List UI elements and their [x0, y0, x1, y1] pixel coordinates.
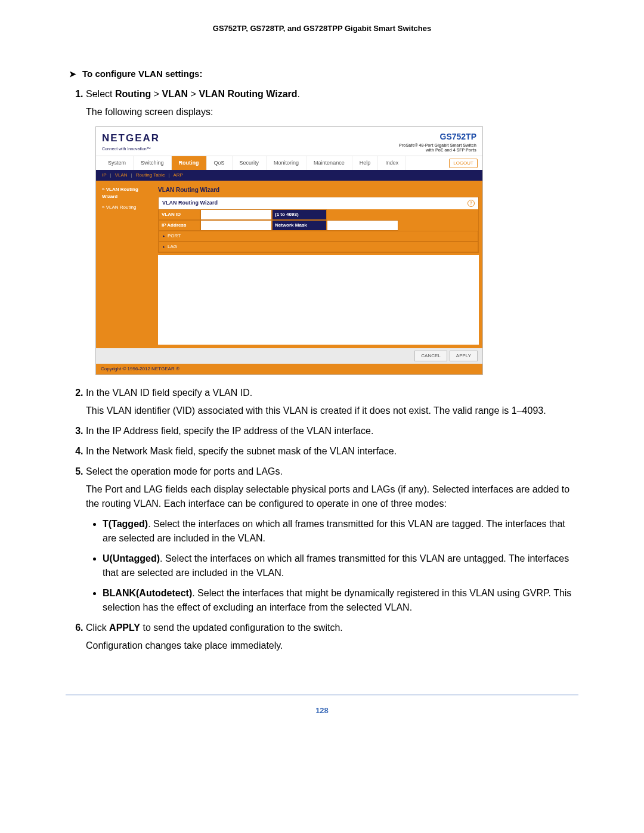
cancel-button[interactable]: CANCEL	[414, 351, 447, 361]
mode-tagged: T(Tagged). Select the interfaces on whic…	[103, 517, 578, 546]
mode-blank-head: BLANK(Autodetect)	[103, 588, 192, 598]
form-row-ip: IP Address Network Mask	[159, 220, 478, 231]
screenshot-header: NETGEAR Connect with Innovation™ GS752TP…	[96, 127, 482, 156]
vlan-id-note: (1 to 4093)	[272, 209, 327, 220]
empty-area	[158, 255, 479, 345]
mode-untagged: U(Untagged). Select the interfaces on wh…	[103, 552, 578, 580]
step-6-b: APPLY	[109, 623, 140, 633]
router-screenshot: NETGEAR Connect with Innovation™ GS752TP…	[95, 126, 483, 375]
sidebar-item-vlan-routing-label: VLAN Routing	[106, 205, 137, 210]
screenshot-footer-buttons: CANCEL APPLY	[96, 348, 482, 364]
content-panel: VLAN Routing Wizard VLAN Routing Wizard …	[158, 184, 479, 345]
expand-port-label: PORT	[168, 233, 181, 240]
steps-list: Select Routing > VLAN > VLAN Routing Wiz…	[66, 87, 578, 653]
expand-lag-label: LAG	[168, 243, 177, 250]
tab-monitoring[interactable]: Monitoring	[267, 156, 306, 171]
tab-index[interactable]: Index	[378, 156, 406, 171]
step-2: In the VLAN ID field specify a VLAN ID. …	[86, 386, 578, 418]
section-lead: ➤ To configure VLAN settings:	[69, 69, 578, 79]
main-tabs: System Switching Routing QoS Security Mo…	[96, 156, 482, 171]
ip-address-label: IP Address	[159, 220, 200, 231]
step-6-a: Click	[86, 623, 109, 633]
tab-security[interactable]: Security	[233, 156, 267, 171]
model-desc-1: ProSafe® 48-Port Gigabit Smart Switch	[399, 143, 476, 148]
lead-text: To configure VLAN settings:	[82, 69, 202, 79]
screenshot-body: » VLAN Routing Wizard » VLAN Routing VLA…	[96, 181, 482, 348]
sidebar-item-vlan-routing[interactable]: » VLAN Routing	[100, 202, 154, 213]
panel-title: VLAN Routing Wizard	[158, 185, 479, 194]
network-mask-input[interactable]	[327, 220, 398, 231]
apply-button[interactable]: APPLY	[450, 351, 478, 361]
page-number: 128	[66, 706, 578, 715]
spacer	[327, 209, 398, 220]
brand-block: NETGEAR Connect with Innovation™	[102, 131, 160, 152]
step-1: Select Routing > VLAN > VLAN Routing Wiz…	[86, 87, 578, 375]
expand-lag[interactable]: ▸ LAG	[159, 241, 478, 252]
sub-tabs: IP | VLAN | Routing Table | ARP	[96, 170, 482, 181]
mode-tagged-text: . Select the interfaces on which all fra…	[103, 519, 565, 543]
chevron-right-icon: ▸	[163, 244, 165, 250]
mode-untagged-text: . Select the interfaces on which all fra…	[103, 553, 569, 578]
subtab-vlan[interactable]: VLAN	[115, 172, 128, 179]
step-1-dot: .	[298, 89, 300, 99]
step-5-subtext: The Port and LAG fields each display sel…	[86, 482, 578, 511]
model-number: GS752TP	[399, 131, 476, 143]
step-6-subtext: Configuration changes take place immedia…	[86, 639, 578, 653]
step-1-subtext: The following screen displays:	[86, 105, 578, 119]
tab-system[interactable]: System	[101, 156, 134, 171]
step-1-b1: Routing	[115, 89, 151, 99]
mode-untagged-head: U(Untagged)	[103, 553, 160, 563]
side-nav: » VLAN Routing Wizard » VLAN Routing	[100, 184, 154, 345]
subtab-divider: |	[110, 172, 112, 179]
step-2-text: In the VLAN ID field specify a VLAN ID.	[86, 388, 252, 398]
step-5: Select the operation mode for ports and …	[86, 465, 578, 615]
model-desc-2: with PoE and 4 SFP Ports	[399, 148, 476, 153]
step-1-b2: VLAN	[162, 89, 188, 99]
subtab-divider: |	[131, 172, 132, 179]
tab-routing[interactable]: Routing	[172, 156, 207, 171]
tab-switching[interactable]: Switching	[134, 156, 172, 171]
doc-header: GS752TP, GS728TP, and GS728TPP Gigabit S…	[66, 24, 578, 33]
mode-blank: BLANK(Autodetect). Select the interfaces…	[103, 586, 578, 615]
sidebar-item-wizard[interactable]: » VLAN Routing Wizard	[100, 184, 154, 202]
footer-rule	[66, 695, 578, 695]
tab-qos[interactable]: QoS	[207, 156, 233, 171]
form-box: VLAN Routing Wizard ? VLAN ID (1 to 4093…	[158, 197, 479, 253]
step-1-text: Select	[86, 89, 115, 99]
brand-tagline: Connect with Innovation™	[102, 146, 160, 153]
step-1-sep2: >	[188, 89, 199, 99]
step-5-text: Select the operation mode for ports and …	[86, 466, 283, 476]
tab-help[interactable]: Help	[352, 156, 379, 171]
subtab-routing-table[interactable]: Routing Table	[136, 172, 165, 179]
subtab-divider: |	[168, 172, 169, 179]
step-3: In the IP Address field, specify the IP …	[86, 424, 578, 438]
sidebar-item-wizard-label: VLAN Routing Wizard	[102, 187, 138, 199]
form-box-title: VLAN Routing Wizard	[162, 199, 218, 208]
ip-address-input[interactable]	[200, 220, 272, 231]
mode-tagged-head: T(Tagged)	[103, 519, 148, 529]
step-6-c: to send the updated configuration to the…	[140, 623, 343, 633]
step-6: Click APPLY to send the updated configur…	[86, 621, 578, 653]
subtab-arp[interactable]: ARP	[173, 172, 182, 179]
vlan-id-label: VLAN ID	[159, 209, 200, 220]
network-mask-label: Network Mask	[272, 220, 327, 231]
form-row-vlan: VLAN ID (1 to 4093)	[159, 209, 478, 220]
step-1-sep1: >	[151, 89, 162, 99]
step-4: In the Network Mask field, specify the s…	[86, 444, 578, 459]
screenshot-copyright: Copyright © 1996-2012 NETGEAR ®	[96, 364, 482, 374]
expand-port[interactable]: ▸ PORT	[159, 231, 478, 241]
step-2-subtext: This VLAN identifier (VID) associated wi…	[86, 404, 578, 418]
vlan-id-input[interactable]	[200, 209, 272, 220]
subtab-ip[interactable]: IP	[102, 172, 107, 179]
logout-button[interactable]: LOGOUT	[449, 159, 478, 168]
form-box-header: VLAN Routing Wizard ?	[159, 197, 478, 209]
brand-name: NETGEAR	[102, 131, 160, 146]
tab-maintenance[interactable]: Maintenance	[306, 156, 352, 171]
chevron-right-icon: ▸	[163, 233, 165, 240]
arrow-right-icon: ➤	[69, 69, 76, 79]
model-block: GS752TP ProSafe® 48-Port Gigabit Smart S…	[399, 131, 476, 153]
help-icon[interactable]: ?	[467, 200, 475, 207]
mode-list: T(Tagged). Select the interfaces on whic…	[86, 517, 578, 615]
step-1-b3: VLAN Routing Wizard	[199, 89, 297, 99]
